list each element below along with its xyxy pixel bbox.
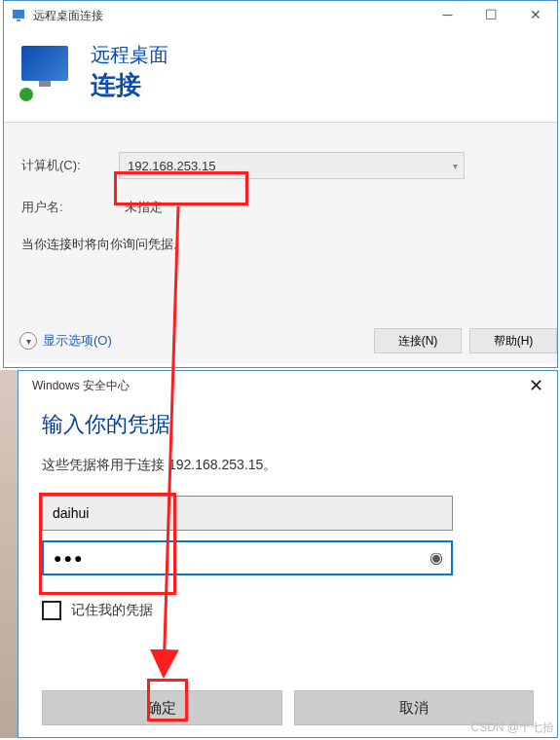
minimize-button[interactable]: ─ — [426, 1, 469, 28]
chevron-down-icon[interactable]: ▾ — [453, 161, 458, 171]
help-button[interactable]: 帮助(H) — [469, 328, 557, 353]
banner-text: 远程桌面 连接 — [91, 42, 168, 102]
connect-button[interactable]: 连接(N) — [374, 328, 462, 353]
computer-combo[interactable]: 192.168.253.15 ▾ — [119, 152, 465, 179]
titlebar: 远程桌面连接 ─ ☐ ✕ — [4, 1, 557, 30]
remember-row: 记住我的凭据 — [42, 601, 534, 620]
chevron-down-circle-icon: ▾ — [19, 332, 37, 350]
credentials-dialog: Windows 安全中心 ✕ 输入你的凭据 这些凭据将用于连接 192.168.… — [18, 370, 558, 738]
cred-body: 输入你的凭据 这些凭据将用于连接 192.168.253.15。 ◉ 记住我的凭… — [19, 400, 557, 690]
cred-subtext: 这些凭据将用于连接 192.168.253.15。 — [42, 457, 534, 474]
banner-line1: 远程桌面 — [91, 42, 168, 68]
eye-icon[interactable]: ◉ — [429, 548, 443, 567]
username-value: 未指定 — [125, 199, 163, 216]
window-controls: ─ ☐ ✕ — [426, 1, 557, 28]
username-row: 用户名: 未指定 — [21, 199, 540, 216]
computer-row: 计算机(C): 192.168.253.15 ▾ — [21, 152, 540, 179]
cred-titlebar: Windows 安全中心 ✕ — [19, 371, 557, 400]
remember-label: 记住我的凭据 — [71, 602, 153, 619]
svg-rect-1 — [17, 19, 20, 21]
computer-value: 192.168.253.15 — [128, 159, 215, 173]
show-options-label: 显示选项(O) — [43, 332, 112, 350]
cred-username-input[interactable] — [42, 496, 453, 531]
cred-password-input[interactable] — [42, 540, 453, 575]
password-wrap: ◉ — [42, 540, 453, 585]
computer-label: 计算机(C): — [21, 157, 119, 174]
hint-text: 当你连接时将向你询问凭据。 — [21, 236, 540, 253]
window-title: 远程桌面连接 — [33, 8, 103, 24]
rdp-app-icon — [12, 8, 27, 23]
rdp-footer: ▾ 显示选项(O) 连接(N) 帮助(H) — [19, 328, 557, 353]
header-banner: 远程桌面 连接 — [4, 30, 557, 123]
show-options-link[interactable]: ▾ 显示选项(O) — [19, 332, 112, 350]
cred-title: Windows 安全中心 — [32, 378, 130, 394]
username-label: 用户名: — [21, 199, 119, 216]
banner-line2: 连接 — [91, 68, 168, 102]
maximize-button[interactable]: ☐ — [469, 1, 513, 28]
close-icon[interactable]: ✕ — [529, 375, 543, 396]
ok-button[interactable]: 确定 — [42, 690, 282, 725]
rdp-window: 远程桌面连接 ─ ☐ ✕ 远程桌面 连接 计算机(C): 192.168.253… — [3, 0, 558, 368]
close-button[interactable]: ✕ — [513, 1, 557, 28]
rdp-monitor-icon — [21, 46, 75, 99]
cred-heading: 输入你的凭据 — [42, 410, 534, 439]
remember-checkbox[interactable] — [42, 601, 61, 620]
watermark: CSDN @十七拾 — [470, 720, 554, 736]
background-image-strip — [0, 370, 18, 738]
rdp-body: 计算机(C): 192.168.253.15 ▾ 用户名: 未指定 当你连接时将… — [4, 123, 557, 363]
svg-rect-0 — [13, 10, 24, 18]
